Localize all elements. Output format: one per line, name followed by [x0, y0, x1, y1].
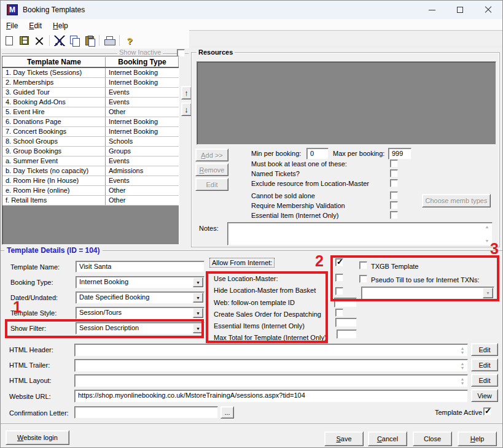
resource-option-label: Must book at least one of these: — [251, 160, 347, 168]
dropdown-arrow-icon: ▼ — [193, 293, 203, 303]
template-name-cell: 1. Day Tickets (Sessions) — [2, 68, 106, 77]
resource-option-checkbox[interactable] — [390, 160, 398, 168]
template-name-cell: f. Retail Items — [2, 196, 106, 205]
resource-option-checkbox[interactable] — [390, 191, 398, 199]
table-row[interactable]: 7. Concert BookingsInternet Booking — [2, 127, 179, 137]
essential-items-input[interactable] — [335, 318, 357, 327]
html-layout-input[interactable]: ▲▼ — [74, 374, 468, 387]
resources-listbox[interactable] — [197, 61, 496, 145]
help-button[interactable]: Help — [458, 431, 497, 446]
close-button[interactable]: Close — [413, 431, 452, 446]
template-name-cell: 4. Booking Add-Ons — [2, 98, 106, 107]
remove-button[interactable]: Remove — [195, 163, 228, 176]
table-row[interactable]: 3. Guided TourEvents — [2, 88, 179, 98]
column-header[interactable]: Template Name — [2, 56, 106, 67]
resource-option-label: Cannot be sold alone — [251, 192, 315, 199]
copy-icon[interactable] — [69, 36, 80, 46]
website-url-input[interactable]: https://shop.myonlinebooking.co.uk/Mstor… — [74, 390, 468, 403]
resources-title: Resources — [197, 48, 235, 56]
html-layout-edit-button[interactable]: Edit — [471, 374, 498, 387]
table-row[interactable]: a. Summer EventEvents — [2, 156, 179, 166]
resource-option-checkbox[interactable] — [390, 169, 398, 177]
field-scrollbar[interactable]: ▲▼ — [459, 360, 466, 371]
close-button[interactable] — [474, 1, 502, 19]
html-trailer-input[interactable]: ▲▼ — [74, 359, 468, 372]
min-per-booking-input[interactable]: 0 — [306, 148, 329, 160]
template-name-cell: a. Summer Event — [2, 156, 106, 166]
confirmation-letter-input[interactable] — [74, 406, 218, 419]
move-up-button[interactable]: ↑ — [181, 86, 192, 99]
menu-help[interactable]: Help — [47, 19, 74, 33]
table-header: Template NameBooking Type — [2, 56, 179, 68]
resource-option-checkbox[interactable] — [390, 201, 398, 209]
delete-icon[interactable] — [34, 36, 45, 46]
browse-button[interactable]: ... — [220, 406, 234, 419]
booking-type-dropdown[interactable]: Internet Booking▼ — [76, 276, 205, 288]
table-row[interactable]: 1. Day Tickets (Sessions)Internet Bookin… — [2, 68, 179, 78]
template-active-checkbox[interactable] — [483, 407, 491, 415]
choose-memb-types-button[interactable]: Choose memb types — [422, 194, 491, 207]
column-header[interactable]: Booking Type — [106, 56, 179, 67]
table-row[interactable]: 9. Group BookingsGroups — [2, 147, 179, 156]
notes-scrollbar[interactable]: ▲▼ — [484, 223, 490, 244]
table-row[interactable]: d. Room Hire (In House)Events — [2, 176, 179, 186]
notes-input[interactable]: ▲▼ — [227, 222, 493, 245]
table-row[interactable]: f. Retail ItemsOther — [2, 196, 179, 206]
show-inactive-label: Show Inactive — [117, 48, 163, 56]
template-name-cell: 3. Guided Tour — [2, 88, 106, 97]
website-login-button[interactable]: Website login — [6, 430, 69, 445]
table-row[interactable]: 5. Event HireOther — [2, 107, 179, 117]
resource-option-checkbox[interactable] — [390, 211, 398, 219]
field-scrollbar[interactable]: ▲▼ — [459, 345, 466, 355]
html-header-input[interactable]: ▲▼ — [74, 344, 468, 357]
html-trailer-edit-button[interactable]: Edit — [471, 358, 498, 371]
table-row[interactable]: 2. MembershipsInternet Booking — [2, 78, 179, 88]
template-style-dropdown[interactable]: Session/Tours▼ — [76, 307, 205, 319]
save-button[interactable]: Save — [324, 431, 364, 446]
table-row[interactable]: e. Room Hire (online)Other — [2, 186, 179, 196]
menu-file[interactable]: File — [1, 19, 23, 33]
move-down-button[interactable]: ↓ — [181, 102, 192, 116]
max-per-booking-input[interactable]: 999 — [388, 148, 411, 160]
resource-option-checkbox[interactable] — [390, 179, 398, 187]
maximize-button[interactable] — [446, 1, 474, 19]
template-name-input[interactable]: Visit Santa — [76, 261, 205, 272]
booking-type-cell: Events — [106, 156, 179, 166]
app-logo-icon: M — [7, 4, 18, 15]
down-arrow-icon: ↓ — [184, 105, 189, 114]
cancel-button[interactable]: Cancel — [368, 431, 407, 446]
toolbar-separator — [119, 35, 120, 46]
table-row[interactable]: 4. Booking Add-OnsEvents — [2, 98, 179, 107]
max-total-input[interactable] — [337, 330, 357, 339]
table-row[interactable]: b. Day Tickets (no capacity)Admissions — [2, 166, 179, 176]
paste-icon[interactable] — [85, 36, 94, 45]
dated-undated-dropdown[interactable]: Date Specified Booking▼ — [76, 292, 205, 304]
cut-icon[interactable] — [54, 36, 65, 46]
help-icon[interactable]: ? — [124, 36, 135, 46]
template-name-label: Template Name: — [10, 263, 60, 271]
field-scrollbar[interactable]: ▲▼ — [459, 376, 466, 386]
scroll-down-icon: ▼ — [459, 381, 466, 385]
new-document-icon[interactable] — [6, 36, 13, 45]
template-name-cell: d. Room Hire (In House) — [2, 176, 106, 185]
annotation-number-3: 3 — [490, 241, 499, 257]
minimize-button[interactable] — [418, 1, 446, 19]
view-button[interactable]: View — [471, 389, 498, 402]
edit-resource-button[interactable]: Edit — [195, 178, 228, 191]
save-icon[interactable] — [20, 36, 29, 45]
booking-type-cell: Other — [106, 196, 179, 205]
html-header-edit-button[interactable]: Edit — [471, 343, 498, 356]
table-row[interactable]: 6. Donations PageInternet Booking — [2, 117, 179, 127]
menu-edit[interactable]: Edit — [23, 19, 47, 33]
template-name-cell: 9. Group Bookings — [2, 147, 106, 156]
print-icon[interactable] — [104, 36, 115, 47]
scroll-down-icon: ▼ — [484, 239, 490, 243]
booking-type-cell: Events — [106, 88, 179, 97]
toolbar-separator — [99, 35, 99, 46]
title-bar: M Booking Templates — [1, 1, 502, 19]
create-sales-order-checkbox[interactable] — [335, 309, 343, 317]
table-row[interactable]: 8. School GroupsSchools — [2, 137, 179, 147]
template-name-cell: 5. Event Hire — [2, 107, 106, 117]
add-button[interactable]: Add >> — [195, 149, 228, 161]
template-name-cell: 8. School Groups — [2, 137, 106, 146]
